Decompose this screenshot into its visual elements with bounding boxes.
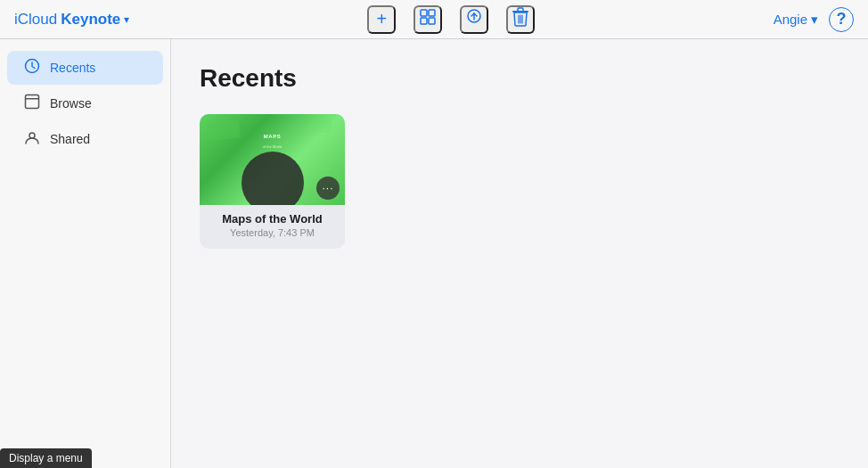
add-button[interactable]: +	[367, 5, 396, 34]
sidebar-recents-label: Recents	[50, 61, 95, 75]
doc-card-maps-of-the-world[interactable]: MAPS of the World ··· Maps of the World …	[200, 114, 345, 249]
help-button[interactable]: ?	[829, 7, 854, 32]
thumb-shape2	[308, 117, 332, 133]
thumb-shape1	[208, 120, 241, 141]
sidebar-item-recents[interactable]: Recents	[7, 51, 163, 85]
user-menu[interactable]: Angie ▾	[774, 12, 818, 28]
gallery-icon	[419, 8, 437, 30]
document-grid: MAPS of the World ··· Maps of the World …	[200, 114, 839, 249]
sidebar-browse-label: Browse	[50, 96, 92, 111]
doc-date: Yesterday, 7:43 PM	[209, 227, 336, 238]
topbar-left: iCloud Keynote ▾	[14, 11, 129, 29]
app-menu-chevron[interactable]: ▾	[124, 13, 129, 26]
shared-icon	[23, 129, 41, 149]
tooltip-label: Display a menu	[9, 452, 83, 464]
topbar-center: +	[367, 5, 535, 34]
svg-rect-7	[26, 95, 39, 109]
page-title: Recents	[200, 64, 839, 93]
trash-icon	[512, 7, 529, 31]
sidebar-item-browse[interactable]: Browse	[7, 86, 163, 120]
main-layout: Recents Browse Shared Recents	[0, 39, 868, 468]
topbar: iCloud Keynote ▾ +	[0, 0, 868, 39]
thumb-subtitle: of the World	[263, 144, 283, 149]
upload-icon	[464, 7, 484, 31]
add-icon: +	[377, 9, 388, 29]
doc-name: Maps of the World	[209, 212, 336, 226]
svg-rect-8	[26, 98, 39, 100]
sidebar-item-shared[interactable]: Shared	[7, 122, 163, 156]
doc-thumbnail: MAPS of the World ···	[200, 114, 345, 205]
browse-icon	[23, 94, 41, 113]
doc-more-button[interactable]: ···	[316, 177, 340, 200]
trash-button[interactable]	[506, 5, 535, 34]
thumb-title: MAPS	[264, 134, 281, 139]
keynote-brand[interactable]: Keynote	[61, 11, 120, 29]
tooltip-bar: Display a menu	[0, 448, 92, 468]
user-chevron-icon: ▾	[811, 12, 818, 28]
doc-info: Maps of the World Yesterday, 7:43 PM	[200, 205, 345, 238]
sidebar-shared-label: Shared	[50, 132, 90, 146]
svg-rect-0	[421, 10, 427, 16]
svg-rect-3	[429, 18, 435, 24]
sidebar: Recents Browse Shared	[0, 39, 171, 468]
svg-rect-2	[421, 18, 427, 24]
user-label: Angie	[774, 12, 807, 27]
recents-icon	[23, 58, 41, 78]
ellipsis-icon: ···	[322, 182, 333, 194]
gallery-view-button[interactable]	[414, 5, 442, 34]
help-icon: ?	[837, 10, 847, 29]
upload-button[interactable]	[460, 5, 488, 34]
content-area: Recents MAPS of the World ···	[171, 39, 868, 468]
svg-point-9	[29, 133, 35, 138]
thumb-circle	[242, 152, 304, 205]
icloud-brand[interactable]: iCloud	[14, 11, 57, 29]
topbar-right: Angie ▾ ?	[774, 7, 854, 32]
svg-rect-1	[429, 10, 435, 16]
